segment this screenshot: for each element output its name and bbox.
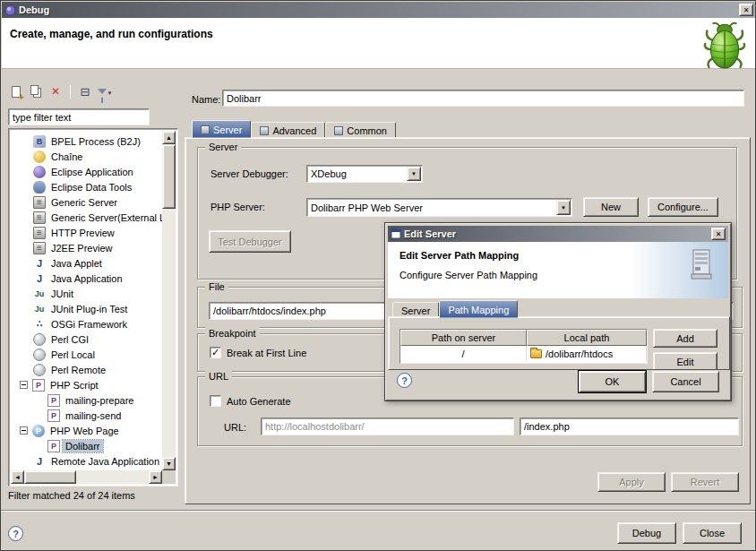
tree-item-mailing-send[interactable]: mailing-send [11, 408, 162, 423]
name-label: Name: [192, 94, 220, 105]
tree-item-eclipse-application[interactable]: Eclipse Application [11, 164, 162, 179]
window-close-button[interactable] [739, 4, 753, 16]
new-config-button[interactable] [8, 83, 24, 99]
local-path-header[interactable]: Local path [527, 330, 647, 346]
scrollbar-corner [162, 470, 176, 484]
name-input[interactable] [222, 90, 744, 107]
tree-item-junit-plug-in-test[interactable]: JUnit Plug-in Test [11, 301, 162, 316]
tree-item-perl-remote[interactable]: Perl Remote [11, 362, 162, 377]
new-server-button[interactable]: New [583, 197, 639, 217]
php-server-label: PHP Server: [210, 202, 265, 212]
url-base-input [261, 418, 514, 435]
edit-server-heading: Edit Server Path Mapping [399, 250, 519, 261]
break-first-line-label: Break at First Line [227, 348, 306, 358]
filter-button[interactable] [97, 83, 113, 99]
cancel-button[interactable]: Cancel [652, 371, 719, 392]
tab-path-mapping[interactable]: Path Mapping [439, 300, 518, 318]
tree-item-php-web-page[interactable]: PHP Web Page [11, 423, 162, 438]
scroll-down-button[interactable] [162, 457, 176, 470]
tree-item-j2ee-preview[interactable]: J2EE Preview [11, 240, 162, 255]
scroll-right-button[interactable] [149, 470, 162, 484]
tree-item-label: Chaîne [48, 151, 85, 163]
tree-item-cha-ne[interactable]: Chaîne [11, 149, 162, 164]
footer-separator [1, 510, 756, 512]
duplicate-config-button[interactable] [28, 83, 44, 99]
filter-icon [98, 89, 107, 94]
banner-title: Create, manage, and run configurations [10, 28, 213, 40]
tree-item-http-preview[interactable]: HTTP Preview [11, 225, 162, 240]
scroll-up-button[interactable] [162, 131, 176, 144]
tree-item-generic-server-external-la[interactable]: Generic Server(External La [11, 210, 162, 225]
debug-button[interactable]: Debug [617, 522, 676, 544]
server-debugger-dropdown-button[interactable] [407, 167, 421, 181]
tree-item-label: Java Application [48, 272, 125, 285]
apply-button: Apply [597, 472, 666, 492]
breakpoint-group-title: Breakpoint [205, 327, 260, 340]
tab-label: Path Mapping [448, 305, 509, 315]
add-mapping-button[interactable]: Add [653, 329, 717, 348]
vertical-scroll-thumb[interactable] [162, 144, 176, 209]
break-first-line-checkbox[interactable] [210, 347, 221, 358]
path-on-server-cell: / [400, 346, 527, 361]
url-group-title: URL [205, 370, 232, 383]
tree-item-junit[interactable]: JUnit [11, 286, 162, 301]
junit-icon [33, 288, 46, 300]
dialog-banner: Create, manage, and run configurations [2, 18, 756, 69]
auto-generate-label: Auto Generate [227, 396, 291, 407]
edit-server-banner: Edit Server Path Mapping Configure Serve… [388, 242, 728, 298]
local-path-cell: /dolibarr/htdocs [527, 346, 647, 361]
perl-cgi-icon [33, 333, 46, 346]
filter-input[interactable] [8, 108, 150, 125]
php-server-dropdown-button[interactable] [556, 200, 571, 215]
php-server-combo[interactable]: Dolibarr PHP Web Server [306, 198, 572, 217]
test-debugger-button: Test Debugger [209, 230, 291, 253]
config-tree: BPEL Process (B2J)ChaîneEclipse Applicat… [8, 128, 178, 486]
tree-expander-icon[interactable] [20, 381, 28, 389]
tree-item-java-application[interactable]: Java Application [11, 271, 162, 286]
auto-generate-checkbox[interactable] [210, 395, 221, 407]
tree-item-php-script[interactable]: PHP Script [11, 377, 162, 392]
edit-server-close-button[interactable] [711, 228, 726, 240]
osgi-icon [33, 318, 46, 331]
tree-item-java-applet[interactable]: Java Applet [11, 255, 162, 271]
collapse-all-button[interactable] [77, 83, 93, 99]
tab-server[interactable]: Server [192, 120, 251, 138]
edit-mapping-button[interactable]: Edit [653, 352, 717, 370]
tree-item-eclipse-data-tools[interactable]: Eclipse Data Tools [11, 179, 162, 194]
close-button[interactable]: Close [683, 522, 742, 544]
ok-button[interactable]: OK [579, 371, 646, 392]
generic-server-ext-icon [33, 211, 46, 224]
local-path-text: /dolibarr/htdocs [546, 349, 613, 359]
tree-item-perl-cgi[interactable]: Perl CGI [11, 331, 162, 347]
duplicate-config-icon [30, 85, 39, 95]
tab-advanced[interactable]: Advanced [251, 122, 325, 138]
dialog-help-button[interactable] [397, 373, 412, 388]
chevron-down-icon [107, 86, 113, 97]
window-titlebar[interactable]: Debug [2, 2, 756, 18]
tree-vertical-scrollbar[interactable] [162, 131, 176, 470]
url-path-input[interactable] [520, 418, 739, 435]
edit-server-titlebar[interactable]: Edit Server [388, 226, 728, 242]
tree-item-dolibarr[interactable]: Dolibarr [11, 438, 162, 453]
configure-server-button[interactable]: Configure... [648, 197, 718, 217]
tree-horizontal-scrollbar[interactable] [11, 470, 162, 484]
horizontal-scroll-thumb[interactable] [24, 470, 76, 484]
tree-item-bpel-process-b2j[interactable]: BPEL Process (B2J) [11, 133, 162, 149]
help-button[interactable] [8, 526, 23, 541]
tree-item-mailing-prepare[interactable]: mailing-prepare [11, 392, 162, 408]
tree-item-generic-server[interactable]: Generic Server [11, 194, 162, 210]
tab-label: Advanced [272, 125, 316, 136]
server-debugger-combo[interactable]: XDebug [306, 165, 423, 183]
mapping-table-row[interactable]: //dolibarr/htdocs [400, 346, 647, 361]
junit-plugin-icon [33, 303, 46, 315]
path-on-server-header[interactable]: Path on server [400, 330, 527, 346]
tree-item-remote-java-application[interactable]: Remote Java Application [11, 453, 162, 469]
tree-item-label: Perl CGI [48, 333, 91, 346]
tree-item-perl-local[interactable]: Perl Local [11, 347, 162, 362]
tree-expander-icon[interactable] [20, 426, 28, 435]
tree-item-label: Generic Server [48, 196, 120, 209]
delete-config-button[interactable] [47, 83, 64, 99]
tree-item-osgi-framework[interactable]: OSGi Framework [11, 316, 162, 331]
scroll-left-button[interactable] [11, 470, 24, 484]
tab-common[interactable]: Common [325, 122, 396, 138]
